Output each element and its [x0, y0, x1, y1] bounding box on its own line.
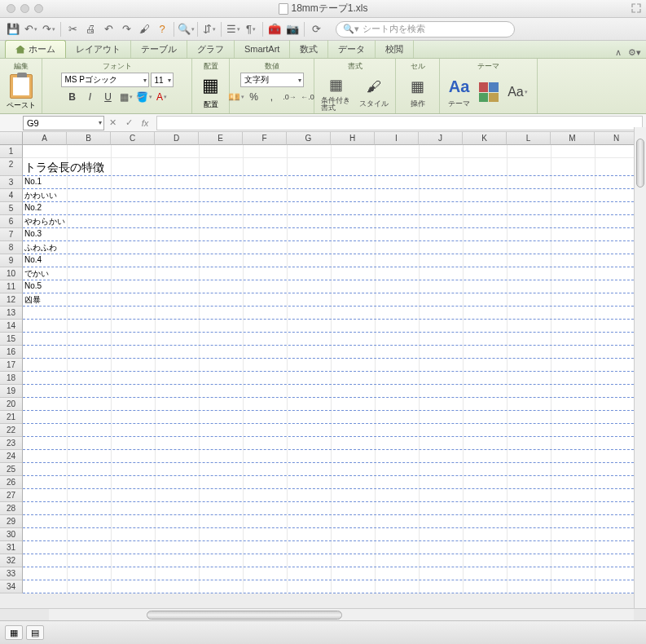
ribbon-settings-icon[interactable]: ⚙▾	[628, 47, 641, 58]
column-header[interactable]: E	[199, 132, 243, 145]
row-header[interactable]: 27	[0, 489, 23, 502]
column-header[interactable]: M	[551, 132, 595, 145]
paste-button[interactable]: ペースト	[4, 74, 38, 111]
indent-icon[interactable]: ¶▾	[243, 21, 259, 37]
save-icon[interactable]: 💾	[5, 21, 21, 37]
refresh-icon[interactable]: ⟳	[308, 21, 324, 37]
column-header[interactable]: H	[331, 132, 375, 145]
decimal-dec-button[interactable]: ←.0	[300, 89, 316, 105]
undo2-icon[interactable]: ↶	[100, 21, 116, 37]
spreadsheet-grid[interactable]: ABCDEFGHIJKLMN 1234567891011121314151617…	[0, 132, 646, 593]
font-name-select[interactable]: MS Pゴシック	[61, 73, 149, 87]
filter-icon[interactable]: ⇵▾	[201, 21, 218, 37]
italic-button[interactable]: I	[82, 89, 99, 105]
horizontal-scroll-thumb[interactable]	[147, 611, 342, 620]
row-header[interactable]: 31	[0, 541, 23, 554]
row-header[interactable]: 19	[0, 385, 23, 398]
border-button[interactable]: ▦▾	[118, 89, 134, 105]
row-header[interactable]: 18	[0, 372, 23, 385]
theme-colors-button[interactable]	[477, 82, 499, 102]
row-header[interactable]: 5	[0, 202, 23, 215]
cells-area[interactable]: トラ会長の特徴No.1かわいいNo.2やわらかいNo.3ふわふわNo.4でかいN…	[23, 145, 646, 593]
comma-button[interactable]: ,	[264, 89, 280, 105]
row-header[interactable]: 8	[0, 241, 23, 254]
column-header[interactable]: B	[67, 132, 111, 145]
row-header[interactable]: 16	[0, 346, 23, 359]
decimal-inc-button[interactable]: .0→	[282, 89, 298, 105]
cells-actions-button[interactable]: ▦ 操作	[400, 75, 436, 109]
bold-button[interactable]: B	[64, 89, 81, 105]
page-layout-view-button[interactable]: ▤	[26, 625, 44, 640]
row-header[interactable]: 7	[0, 228, 23, 241]
redo2-icon[interactable]: ↷	[118, 21, 134, 37]
row-header[interactable]: 12	[0, 293, 23, 307]
font-size-select[interactable]: 11	[151, 73, 174, 87]
row-header[interactable]: 24	[0, 450, 23, 463]
alignment-icon[interactable]: ▦	[200, 74, 222, 97]
vertical-scroll-thumb[interactable]	[636, 139, 644, 187]
name-box[interactable]: G9	[23, 116, 104, 130]
column-header[interactable]: C	[111, 132, 155, 145]
redo-icon[interactable]: ↷▾	[41, 21, 57, 37]
row-header[interactable]: 10	[0, 267, 23, 280]
row-header[interactable]: 2	[0, 158, 23, 176]
row-header[interactable]: 9	[0, 254, 23, 267]
row-header[interactable]: 4	[0, 189, 23, 202]
row-header[interactable]: 25	[0, 463, 23, 476]
font-color-button[interactable]: A▾	[154, 89, 170, 105]
number-format-select[interactable]: 文字列	[240, 73, 304, 87]
toolbox-icon[interactable]: 🧰	[266, 21, 283, 37]
row-header[interactable]: 34	[0, 580, 23, 593]
column-header[interactable]: G	[287, 132, 331, 145]
print-icon[interactable]: 🖨	[82, 21, 99, 37]
tab-formulas[interactable]: 数式	[290, 40, 328, 58]
zoom-out-icon[interactable]: 🔍▾	[178, 21, 194, 37]
theme-button[interactable]: Aa テーマ	[443, 75, 475, 109]
cancel-formula-icon[interactable]: ✕	[104, 115, 121, 131]
row-header[interactable]: 30	[0, 528, 23, 541]
column-header[interactable]: I	[375, 132, 419, 145]
row-header[interactable]: 23	[0, 437, 23, 450]
tab-tables[interactable]: テーブル	[131, 40, 187, 58]
list-icon[interactable]: ☰▾	[225, 21, 241, 37]
column-header[interactable]: K	[463, 132, 507, 145]
media-icon[interactable]: 📷	[284, 21, 301, 37]
collapse-ribbon-icon[interactable]: ∧	[615, 47, 622, 58]
row-header[interactable]: 15	[0, 333, 23, 346]
row-header[interactable]: 29	[0, 515, 23, 528]
tab-review[interactable]: 校閲	[376, 40, 414, 58]
minimize-window-icon[interactable]	[20, 4, 29, 13]
column-header[interactable]: L	[507, 132, 551, 145]
select-all-corner[interactable]	[0, 132, 23, 145]
row-header[interactable]: 33	[0, 567, 23, 580]
tab-charts[interactable]: グラフ	[187, 40, 235, 58]
column-header[interactable]: N	[595, 132, 639, 145]
column-header[interactable]: F	[243, 132, 287, 145]
fullscreen-icon[interactable]	[631, 3, 641, 13]
help-icon[interactable]: ?	[154, 21, 170, 37]
formula-input[interactable]	[156, 116, 643, 130]
row-header[interactable]: 28	[0, 502, 23, 515]
close-window-icon[interactable]	[7, 4, 15, 13]
search-input[interactable]: 🔍▾ シート内を検索	[336, 21, 515, 37]
row-header[interactable]: 32	[0, 554, 23, 567]
undo-icon[interactable]: ↶▾	[23, 21, 39, 37]
theme-fonts-button[interactable]: Aa▾	[502, 81, 534, 104]
column-header[interactable]: D	[155, 132, 199, 145]
zoom-window-icon[interactable]	[34, 4, 43, 13]
column-header[interactable]: A	[23, 132, 67, 145]
row-header[interactable]: 17	[0, 359, 23, 372]
row-header[interactable]: 14	[0, 320, 23, 333]
conditional-format-button[interactable]: ▦ 条件付き 書式	[318, 73, 354, 112]
row-header[interactable]: 1	[0, 145, 23, 158]
row-header[interactable]: 13	[0, 307, 23, 320]
row-header[interactable]: 20	[0, 398, 23, 411]
row-header[interactable]: 21	[0, 411, 23, 424]
format-painter-icon[interactable]: 🖌	[136, 21, 152, 37]
horizontal-scrollbar[interactable]	[49, 608, 634, 620]
cut-icon[interactable]: ✂	[64, 21, 81, 37]
accept-formula-icon[interactable]: ✓	[121, 115, 137, 131]
styles-button[interactable]: 🖌 スタイル	[356, 75, 392, 109]
underline-button[interactable]: U	[100, 89, 116, 105]
row-header[interactable]: 3	[0, 176, 23, 189]
